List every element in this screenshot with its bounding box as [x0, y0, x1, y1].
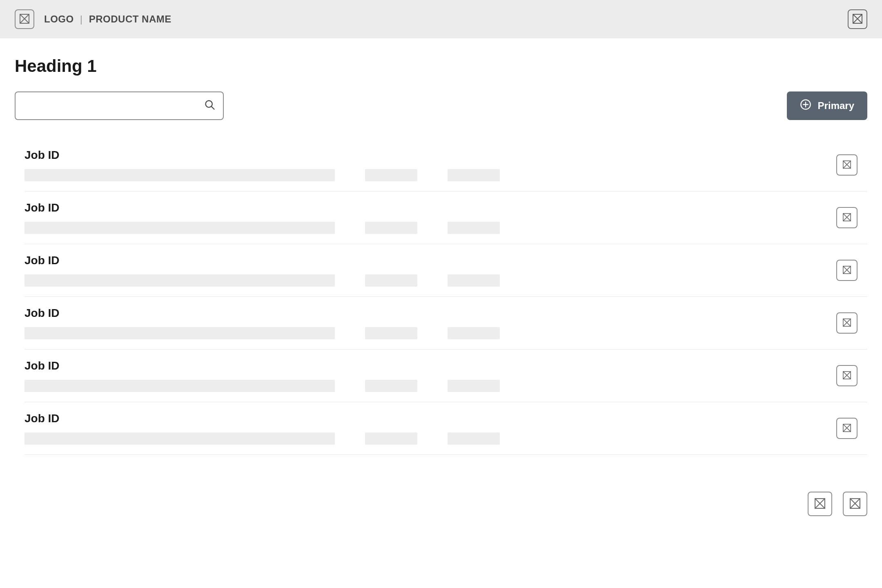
- job-title: Job ID: [24, 254, 836, 267]
- menu-button[interactable]: [15, 9, 34, 29]
- list-item-content: Job ID: [24, 149, 836, 181]
- list-item-content: Job ID: [24, 254, 836, 287]
- placeholder-icon: [843, 424, 851, 433]
- job-placeholders: [24, 169, 836, 181]
- placeholder-bar: [365, 222, 417, 234]
- product-name: PRODUCT NAME: [89, 13, 172, 24]
- placeholder-bar: [24, 327, 335, 339]
- placeholder-bar: [448, 327, 500, 339]
- placeholder-bar: [448, 380, 500, 392]
- footer-action-2[interactable]: [843, 492, 867, 516]
- placeholder-icon: [815, 498, 825, 510]
- primary-button-label: Primary: [818, 100, 854, 111]
- job-title: Job ID: [24, 412, 836, 425]
- list-item: Job ID: [24, 350, 867, 402]
- job-title: Job ID: [24, 201, 836, 214]
- toolbar: Primary: [15, 91, 867, 120]
- search-container: [15, 91, 224, 120]
- list-item: Job ID: [24, 402, 867, 455]
- placeholder-icon: [843, 371, 851, 381]
- list-item: Job ID: [24, 244, 867, 297]
- list-item-content: Job ID: [24, 201, 836, 234]
- footer-actions: [0, 467, 882, 528]
- header-left: LOGO | PRODUCT NAME: [15, 9, 172, 29]
- list-item-content: Job ID: [24, 359, 836, 392]
- footer-action-1[interactable]: [808, 492, 832, 516]
- header-action-button[interactable]: [848, 9, 867, 29]
- primary-button[interactable]: Primary: [787, 91, 867, 120]
- placeholder-icon: [843, 318, 851, 328]
- job-placeholders: [24, 274, 836, 287]
- list-item: Job ID: [24, 192, 867, 244]
- placeholder-icon: [843, 266, 851, 275]
- logo-text: LOGO: [44, 13, 74, 24]
- placeholder-bar: [448, 432, 500, 445]
- list-item: Job ID: [24, 139, 867, 192]
- job-placeholders: [24, 222, 836, 234]
- brand-divider: |: [80, 13, 83, 24]
- plus-circle-icon: [800, 99, 811, 113]
- page-title: Heading 1: [15, 56, 867, 76]
- job-placeholders: [24, 327, 836, 339]
- placeholder-bar: [365, 380, 417, 392]
- placeholder-bar: [448, 169, 500, 181]
- placeholder-bar: [24, 169, 335, 181]
- placeholder-icon: [850, 498, 860, 510]
- row-action-button[interactable]: [836, 260, 858, 281]
- list-item: Job ID: [24, 297, 867, 350]
- brand: LOGO | PRODUCT NAME: [44, 13, 172, 25]
- main-content: Heading 1 Primary: [0, 38, 882, 467]
- job-title: Job ID: [24, 359, 836, 372]
- search-input[interactable]: [15, 91, 224, 120]
- placeholder-icon: [20, 14, 29, 25]
- placeholder-bar: [365, 327, 417, 339]
- placeholder-bar: [24, 432, 335, 445]
- placeholder-bar: [365, 169, 417, 181]
- placeholder-icon: [843, 160, 851, 170]
- placeholder-icon: [843, 213, 851, 223]
- row-action-button[interactable]: [836, 207, 858, 228]
- placeholder-bar: [365, 274, 417, 287]
- job-list: Job ID Job ID: [15, 139, 867, 455]
- row-action-button[interactable]: [836, 365, 858, 386]
- list-item-content: Job ID: [24, 412, 836, 445]
- job-placeholders: [24, 432, 836, 445]
- placeholder-bar: [24, 222, 335, 234]
- placeholder-icon: [853, 14, 862, 25]
- placeholder-bar: [24, 274, 335, 287]
- row-action-button[interactable]: [836, 418, 858, 439]
- placeholder-bar: [24, 380, 335, 392]
- job-title: Job ID: [24, 307, 836, 320]
- placeholder-bar: [448, 274, 500, 287]
- placeholder-bar: [365, 432, 417, 445]
- list-item-content: Job ID: [24, 307, 836, 339]
- job-title: Job ID: [24, 149, 836, 162]
- row-action-button[interactable]: [836, 312, 858, 334]
- job-placeholders: [24, 380, 836, 392]
- placeholder-bar: [448, 222, 500, 234]
- row-action-button[interactable]: [836, 154, 858, 176]
- app-header: LOGO | PRODUCT NAME: [0, 0, 882, 38]
